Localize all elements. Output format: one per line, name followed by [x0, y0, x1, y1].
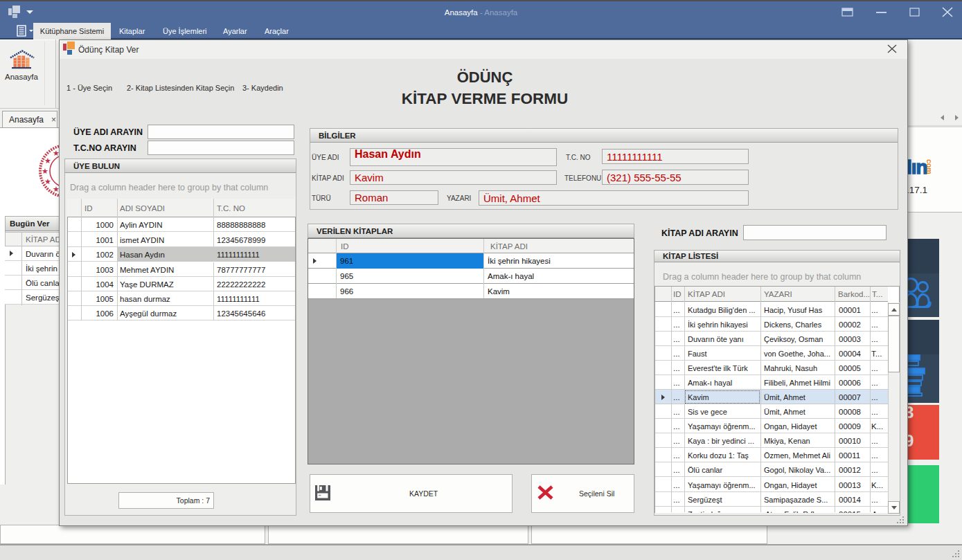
svg-text:★: ★ — [53, 185, 59, 193]
svg-text:★: ★ — [44, 177, 51, 186]
svg-text:★: ★ — [42, 167, 48, 175]
svg-text:★: ★ — [53, 149, 59, 157]
svg-text:★: ★ — [44, 156, 51, 165]
svg-text:lın: lın — [907, 156, 927, 178]
